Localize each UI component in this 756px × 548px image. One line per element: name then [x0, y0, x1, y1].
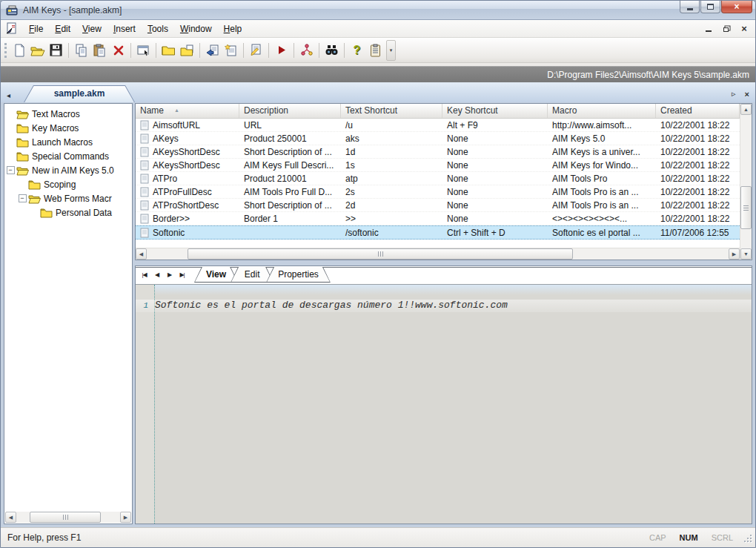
toolbar-overflow-button[interactable]: ▾ [386, 40, 396, 61]
cell-value: Product 210001 [244, 174, 307, 184]
cell-value: AIM Keys 5.0 [552, 133, 605, 144]
scrollbar-track[interactable] [16, 512, 120, 523]
column-header-description[interactable]: Description [239, 104, 341, 118]
scroll-left-button[interactable]: ◀ [5, 512, 16, 523]
clipboard-button[interactable] [366, 41, 385, 59]
help-button[interactable]: ? [348, 41, 366, 59]
delete-button[interactable] [109, 41, 127, 59]
macro-editor[interactable]: 1Softonic es el portal de descargas núme… [136, 285, 752, 524]
edit-macro-button[interactable] [247, 41, 265, 59]
tree-item-scoping[interactable]: Scoping [4, 177, 132, 191]
open-file-button[interactable] [28, 41, 47, 59]
view-tab-properties[interactable]: Properties [266, 267, 331, 283]
scrollbar-thumb[interactable] [30, 512, 101, 523]
toolbar-grip[interactable] [4, 43, 7, 58]
scrollbar-track[interactable] [740, 115, 752, 248]
tab-scroll-left-button[interactable]: ◂ [5, 91, 13, 102]
find-button[interactable] [322, 41, 341, 59]
cell-value: Softonic es el portal ... [552, 228, 640, 238]
scroll-right-button[interactable]: ▶ [120, 512, 131, 523]
tree-item-special-commands[interactable]: Special Commands [4, 149, 132, 163]
column-header-name[interactable]: Name▲ [136, 104, 239, 118]
scrollbar-thumb[interactable] [740, 186, 752, 229]
tree-item-new-in-aim-keys-5-0[interactable]: −New in AIM Keys 5.0 [4, 163, 132, 177]
tree-item-key-macros[interactable]: Key Macros [4, 121, 132, 135]
menu-edit[interactable]: Edit [49, 22, 76, 36]
tree-expander[interactable]: − [16, 194, 28, 202]
triangle-left-icon: ◂ [7, 91, 10, 99]
cell-value: /u [345, 120, 353, 131]
mdi-close-button[interactable]: × [739, 24, 749, 33]
editor-line[interactable]: 1Softonic es el portal de descargas núme… [136, 300, 752, 312]
tree-expander[interactable]: − [4, 166, 16, 174]
nav-prev-button[interactable]: ◀ [150, 268, 163, 280]
column-header-created[interactable]: Created [656, 104, 740, 118]
save-button[interactable] [47, 41, 65, 59]
new-macro-button[interactable] [222, 41, 240, 59]
tree-item-text-macros[interactable]: Text Macros [4, 107, 132, 121]
table-vertical-scrollbar[interactable]: ▲ ▼ [740, 104, 752, 260]
minimize-button[interactable] [680, 1, 700, 13]
table-row[interactable]: ATProShortDescShort Description of ...2d… [136, 199, 740, 212]
nav-first-button[interactable]: |◀ [138, 268, 150, 280]
horizontal-splitter[interactable] [135, 260, 752, 265]
menubar: FileEditViewInsertToolsWindowHelp × [1, 20, 755, 38]
properties-button[interactable] [134, 41, 153, 59]
table-row[interactable]: Softonic/softonicCtrl + Shift + DSoftoni… [136, 225, 740, 240]
scrollbar-track[interactable] [147, 248, 729, 260]
tree-item-web-forms-macr[interactable]: −Web Forms Macr [4, 191, 132, 205]
folder-icon [28, 179, 41, 190]
resize-grip[interactable] [742, 532, 752, 543]
scroll-up-button[interactable]: ▲ [740, 104, 752, 115]
paste-button[interactable] [90, 41, 109, 59]
table-row[interactable]: AKeysShortDescShort Description of ...1d… [136, 145, 740, 159]
menu-file[interactable]: File [23, 22, 49, 36]
mdi-minimize-button[interactable] [703, 24, 714, 33]
scroll-left-button[interactable]: ◀ [136, 248, 147, 260]
nav-last-button[interactable]: ▶| [176, 268, 188, 280]
shortcut-keys-button[interactable] [297, 41, 316, 59]
mdi-restore-button[interactable] [721, 24, 732, 33]
tab-close-button[interactable]: × [745, 90, 749, 99]
table-header: Name▲DescriptionText ShortcutKey Shortcu… [136, 104, 740, 119]
menu-help[interactable]: Help [218, 22, 248, 36]
tree-horizontal-scrollbar[interactable]: ◀ ▶ [5, 512, 131, 523]
column-header-key-shortcut[interactable]: Key Shortcut [442, 104, 548, 118]
menu-tools[interactable]: Tools [142, 22, 174, 36]
new-folder-button[interactable] [159, 41, 178, 59]
scrollbar-thumb[interactable] [188, 248, 573, 260]
mdi-minimize-icon [706, 30, 712, 32]
run-macro-button[interactable] [272, 41, 291, 59]
file-path: D:\Program Files2\Aimsoft\AIM Keys 5\sam… [547, 70, 749, 80]
toolbar-separator [294, 43, 294, 58]
tree-item-personal-data[interactable]: Personal Data [4, 205, 132, 219]
menu-view[interactable]: View [76, 22, 107, 36]
table-row[interactable]: AKeysProduct 250001aksNoneAIM Keys 5.010… [136, 132, 740, 145]
tree-item-label: Special Commands [32, 151, 109, 162]
scroll-down-button[interactable]: ▼ [740, 248, 752, 260]
table-row[interactable]: Border>>Border 1>>None<><><><><><><...10… [136, 212, 740, 225]
column-header-text-shortcut[interactable]: Text Shortcut [341, 104, 442, 118]
new-document-button[interactable] [10, 41, 28, 59]
table-row[interactable]: AimsoftURLURL/uAlt + F9http://www.aimsof… [136, 119, 740, 132]
scroll-right-button[interactable]: ▶ [729, 248, 740, 260]
tab-sample-akm[interactable]: sample.akm [24, 85, 135, 102]
titlebar: AIM Keys - [sample.akm] × [1, 1, 755, 20]
close-button[interactable]: × [721, 1, 752, 13]
table-horizontal-scrollbar[interactable]: ◀ ▶ [136, 248, 740, 260]
table-row[interactable]: AKeysShortDescAIM Keys Full Descri...1sN… [136, 159, 740, 172]
folder-contents-button[interactable] [178, 41, 196, 59]
copy-button[interactable] [72, 41, 90, 59]
import-macro-button[interactable] [203, 41, 222, 59]
nav-next-button[interactable]: ▶ [163, 268, 176, 280]
menu-insert[interactable]: Insert [107, 22, 142, 36]
new-document-icon [13, 44, 26, 57]
tab-scroll-right-button[interactable]: ▹ [732, 89, 736, 99]
cell-value: None [447, 214, 468, 224]
menu-window[interactable]: Window [174, 22, 218, 36]
column-header-macro[interactable]: Macro [548, 104, 656, 118]
tree-item-launch-macros[interactable]: Launch Macros [4, 135, 132, 149]
table-row[interactable]: ATProProduct 210001atpNoneAIM Tools Pro1… [136, 172, 740, 185]
maximize-button[interactable] [700, 1, 720, 13]
table-row[interactable]: ATProFullDescAIM Tools Pro Full D...2sNo… [136, 185, 740, 199]
